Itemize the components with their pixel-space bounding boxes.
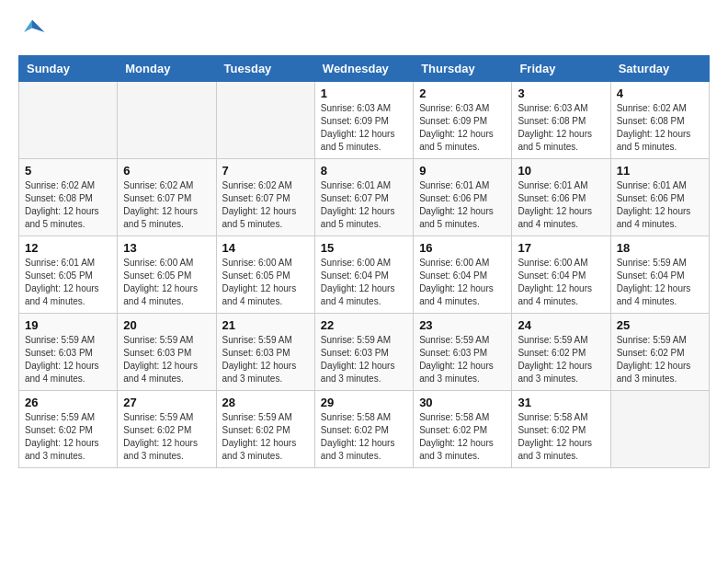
day-info: Sunrise: 6:00 AMSunset: 6:05 PMDaylight:… (222, 257, 309, 308)
calendar-cell: 3Sunrise: 6:03 AMSunset: 6:08 PMDaylight… (512, 82, 610, 159)
day-number: 2 (419, 86, 506, 100)
calendar-cell: 16Sunrise: 6:00 AMSunset: 6:04 PMDayligh… (414, 236, 512, 314)
logo-icon (18, 18, 46, 46)
calendar-cell: 7Sunrise: 6:02 AMSunset: 6:07 PMDaylight… (216, 159, 314, 236)
day-number: 21 (222, 318, 309, 332)
weekday-header-sunday: Sunday (19, 56, 118, 82)
day-info: Sunrise: 6:01 AMSunset: 6:06 PMDaylight:… (617, 179, 703, 231)
day-info: Sunrise: 5:59 AMSunset: 6:03 PMDaylight:… (123, 334, 210, 385)
calendar-cell: 8Sunrise: 6:01 AMSunset: 6:07 PMDaylight… (314, 159, 413, 236)
day-number: 4 (617, 86, 703, 100)
day-number: 22 (321, 318, 407, 332)
calendar-cell (216, 82, 314, 159)
day-number: 24 (518, 318, 604, 332)
day-info: Sunrise: 6:02 AMSunset: 6:08 PMDaylight:… (617, 102, 703, 154)
svg-marker-0 (32, 20, 45, 33)
weekday-header-tuesday: Tuesday (216, 56, 314, 82)
logo (18, 18, 50, 46)
day-info: Sunrise: 5:58 AMSunset: 6:02 PMDaylight:… (419, 411, 506, 463)
calendar-cell: 30Sunrise: 5:58 AMSunset: 6:02 PMDayligh… (414, 391, 512, 468)
calendar: SundayMondayTuesdayWednesdayThursdayFrid… (18, 55, 710, 468)
day-number: 31 (518, 396, 604, 409)
weekday-header-wednesday: Wednesday (314, 56, 413, 82)
calendar-cell: 20Sunrise: 5:59 AMSunset: 6:03 PMDayligh… (118, 314, 216, 391)
calendar-cell: 4Sunrise: 6:02 AMSunset: 6:08 PMDaylight… (610, 82, 709, 159)
day-info: Sunrise: 5:59 AMSunset: 6:03 PMDaylight:… (222, 334, 309, 385)
day-number: 20 (123, 318, 210, 332)
calendar-cell: 19Sunrise: 5:59 AMSunset: 6:03 PMDayligh… (19, 314, 118, 391)
calendar-cell: 27Sunrise: 5:59 AMSunset: 6:02 PMDayligh… (118, 391, 216, 468)
day-info: Sunrise: 5:59 AMSunset: 6:02 PMDaylight:… (518, 334, 604, 385)
day-number: 7 (222, 164, 309, 178)
day-number: 29 (321, 396, 407, 409)
day-info: Sunrise: 6:00 AMSunset: 6:04 PMDaylight:… (321, 257, 407, 308)
calendar-cell: 26Sunrise: 5:59 AMSunset: 6:02 PMDayligh… (19, 391, 118, 468)
day-number: 14 (222, 241, 309, 255)
day-info: Sunrise: 6:02 AMSunset: 6:08 PMDaylight:… (25, 179, 111, 231)
calendar-week-4: 19Sunrise: 5:59 AMSunset: 6:03 PMDayligh… (19, 314, 710, 391)
day-number: 6 (123, 164, 210, 178)
day-number: 15 (321, 241, 407, 255)
day-number: 27 (123, 396, 210, 409)
weekday-header-friday: Friday (512, 56, 610, 82)
calendar-week-1: 1Sunrise: 6:03 AMSunset: 6:09 PMDaylight… (19, 82, 710, 159)
calendar-cell: 17Sunrise: 6:00 AMSunset: 6:04 PMDayligh… (512, 236, 610, 314)
calendar-cell: 12Sunrise: 6:01 AMSunset: 6:05 PMDayligh… (19, 236, 118, 314)
day-info: Sunrise: 5:59 AMSunset: 6:02 PMDaylight:… (617, 334, 703, 385)
svg-marker-1 (24, 20, 32, 33)
day-number: 19 (25, 318, 111, 332)
day-number: 25 (617, 318, 703, 332)
calendar-cell: 28Sunrise: 5:59 AMSunset: 6:02 PMDayligh… (216, 391, 314, 468)
weekday-header-thursday: Thursday (414, 56, 512, 82)
day-info: Sunrise: 6:00 AMSunset: 6:05 PMDaylight:… (123, 257, 210, 308)
calendar-week-3: 12Sunrise: 6:01 AMSunset: 6:05 PMDayligh… (19, 236, 710, 314)
day-info: Sunrise: 5:59 AMSunset: 6:02 PMDaylight:… (222, 411, 309, 463)
day-info: Sunrise: 5:59 AMSunset: 6:03 PMDaylight:… (25, 334, 111, 385)
day-info: Sunrise: 5:59 AMSunset: 6:02 PMDaylight:… (25, 411, 111, 463)
calendar-cell: 29Sunrise: 5:58 AMSunset: 6:02 PMDayligh… (314, 391, 413, 468)
day-info: Sunrise: 6:01 AMSunset: 6:06 PMDaylight:… (518, 179, 604, 231)
calendar-cell: 10Sunrise: 6:01 AMSunset: 6:06 PMDayligh… (512, 159, 610, 236)
day-info: Sunrise: 6:03 AMSunset: 6:08 PMDaylight:… (518, 102, 604, 154)
day-info: Sunrise: 6:03 AMSunset: 6:09 PMDaylight:… (419, 102, 506, 154)
day-number: 10 (518, 164, 604, 178)
calendar-cell: 18Sunrise: 5:59 AMSunset: 6:04 PMDayligh… (610, 236, 709, 314)
calendar-cell: 23Sunrise: 5:59 AMSunset: 6:03 PMDayligh… (414, 314, 512, 391)
day-info: Sunrise: 6:02 AMSunset: 6:07 PMDaylight:… (222, 179, 309, 231)
calendar-cell: 22Sunrise: 5:59 AMSunset: 6:03 PMDayligh… (314, 314, 413, 391)
calendar-cell: 9Sunrise: 6:01 AMSunset: 6:06 PMDaylight… (414, 159, 512, 236)
calendar-cell: 1Sunrise: 6:03 AMSunset: 6:09 PMDaylight… (314, 82, 413, 159)
calendar-cell (118, 82, 216, 159)
day-info: Sunrise: 5:59 AMSunset: 6:02 PMDaylight:… (123, 411, 210, 463)
day-number: 9 (419, 164, 506, 178)
calendar-cell: 25Sunrise: 5:59 AMSunset: 6:02 PMDayligh… (610, 314, 709, 391)
day-info: Sunrise: 6:03 AMSunset: 6:09 PMDaylight:… (321, 102, 407, 154)
day-info: Sunrise: 5:59 AMSunset: 6:03 PMDaylight:… (419, 334, 506, 385)
day-number: 13 (123, 241, 210, 255)
day-number: 8 (321, 164, 407, 178)
calendar-cell (19, 82, 118, 159)
day-info: Sunrise: 6:00 AMSunset: 6:04 PMDaylight:… (518, 257, 604, 308)
calendar-cell: 13Sunrise: 6:00 AMSunset: 6:05 PMDayligh… (118, 236, 216, 314)
day-number: 3 (518, 86, 604, 100)
weekday-header-monday: Monday (118, 56, 216, 82)
calendar-cell: 11Sunrise: 6:01 AMSunset: 6:06 PMDayligh… (610, 159, 709, 236)
day-number: 1 (321, 86, 407, 100)
day-number: 30 (419, 396, 506, 409)
day-info: Sunrise: 6:01 AMSunset: 6:05 PMDaylight:… (25, 257, 111, 308)
calendar-week-2: 5Sunrise: 6:02 AMSunset: 6:08 PMDaylight… (19, 159, 710, 236)
calendar-cell (610, 391, 709, 468)
day-info: Sunrise: 6:02 AMSunset: 6:07 PMDaylight:… (123, 179, 210, 231)
calendar-cell: 15Sunrise: 6:00 AMSunset: 6:04 PMDayligh… (314, 236, 413, 314)
weekday-header-row: SundayMondayTuesdayWednesdayThursdayFrid… (19, 56, 710, 82)
header (18, 18, 710, 46)
calendar-cell: 31Sunrise: 5:58 AMSunset: 6:02 PMDayligh… (512, 391, 610, 468)
calendar-cell: 21Sunrise: 5:59 AMSunset: 6:03 PMDayligh… (216, 314, 314, 391)
day-number: 5 (25, 164, 111, 178)
day-number: 26 (25, 396, 111, 409)
day-number: 17 (518, 241, 604, 255)
calendar-cell: 5Sunrise: 6:02 AMSunset: 6:08 PMDaylight… (19, 159, 118, 236)
day-info: Sunrise: 5:58 AMSunset: 6:02 PMDaylight:… (321, 411, 407, 463)
calendar-cell: 14Sunrise: 6:00 AMSunset: 6:05 PMDayligh… (216, 236, 314, 314)
day-number: 11 (617, 164, 703, 178)
